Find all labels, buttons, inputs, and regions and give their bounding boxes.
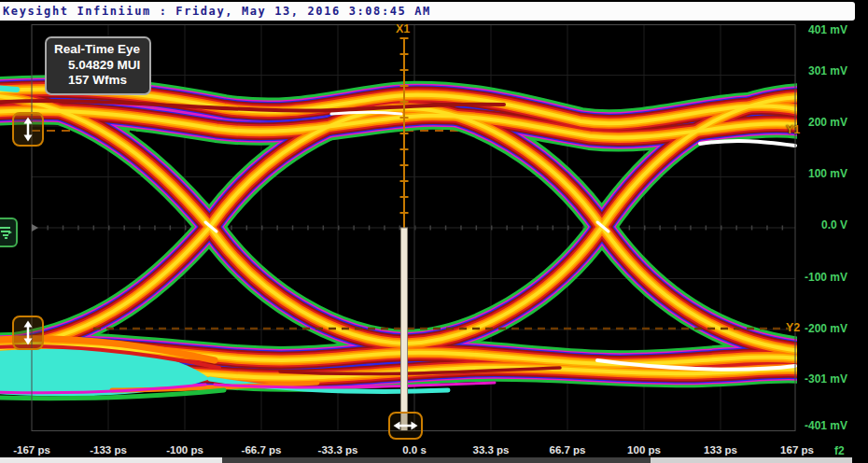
tooltip-title: Real-Time Eye [54,42,140,58]
y-axis-label-n401mv: -401 mV [799,419,847,432]
ground-symbol-icon [0,223,13,242]
white-cursor-line[interactable] [401,228,408,431]
channel-ground-marker[interactable] [0,217,18,247]
x-axis-label-0s: 0.0 s [402,444,427,457]
source-label-f2: f2 [834,444,845,457]
x1-cursor-label[interactable]: X1 [396,22,410,35]
y-axis-label-0v: 0.0 V [799,218,847,232]
y-axis-label-200mv: 200 mV [799,116,847,129]
x-axis-label-n33ps: -33.3 ps [318,444,358,457]
scrollbar-thumb-left[interactable] [0,457,222,463]
scrollbar-track [222,457,651,463]
window-title: Keysight Infiniium : Friday, May 13, 201… [0,2,855,21]
y-axis-label-n100mv: -100 mV [799,271,847,284]
y1-cursor-label[interactable]: Y1 [786,123,800,136]
tooltip-mui: 5.04829 MUI [68,58,140,74]
measurement-tooltip: Real-Time Eye 5.04829 MUI 157 Wfms [45,36,151,95]
y-axis-label-n301mv: -301 mV [799,372,847,386]
x-axis-label-133ps: 133 ps [704,444,737,457]
up-down-arrow-icon [18,320,38,345]
x-axis-label-n133ps: -133 ps [90,444,127,457]
tooltip-wfms: 157 Wfms [68,73,140,89]
y-axis-label-n200mv: -200 mV [799,322,847,335]
y-axis-label-100mv: 100 mV [799,167,847,180]
title-bar: Keysight Infiniium : Friday, May 13, 201… [0,2,855,21]
eye-density-waveform [0,89,797,377]
y2-cursor-label[interactable]: Y2 [786,321,800,334]
x-axis-label-n167ps: -167 ps [13,444,50,457]
horizontal-drag-handle[interactable] [388,412,423,440]
vertical-drag-handle-bottom[interactable] [12,316,44,350]
x-axis-label-n66ps: -66.7 ps [242,444,282,457]
vertical-drag-handle-top[interactable] [12,112,44,147]
x-axis-label-100ps: 100 ps [627,444,661,457]
y-axis-label-401mv: 401 mV [799,23,847,36]
x-axis-label-66ps: 66.7 ps [550,444,586,457]
oscilloscope-screen: Keysight Infiniium : Friday, May 13, 201… [0,0,868,463]
x-axis-label-167ps: 167 ps [780,444,814,457]
center-level-arrow-icon [32,224,38,232]
x-axis-label-n100ps: -100 ps [166,444,203,457]
up-down-arrow-icon [18,117,38,142]
x-axis-label-33ps: 33.3 ps [473,444,510,457]
left-right-arrow-icon [393,417,418,434]
scrollbar-thumb-right[interactable] [651,457,852,463]
y-axis-label-301mv: 301 mV [799,64,847,77]
